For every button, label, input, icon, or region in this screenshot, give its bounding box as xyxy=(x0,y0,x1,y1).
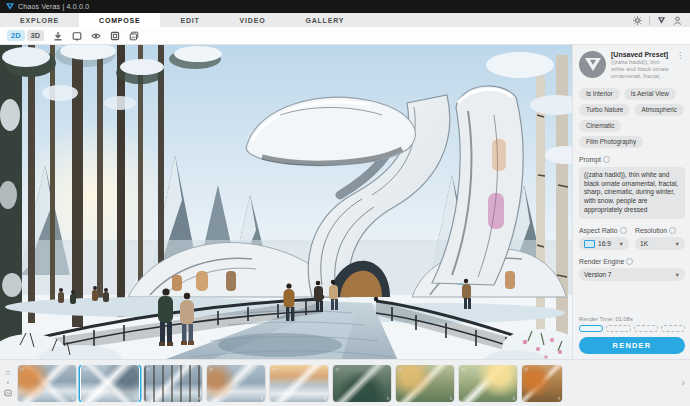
thumbnail[interactable]: ☆⤓ xyxy=(522,365,562,402)
download-icon[interactable]: ⤓ xyxy=(387,395,389,400)
info-icon xyxy=(669,227,676,234)
render-viewport[interactable] xyxy=(0,45,572,365)
tab-explore[interactable]: EXPLORE xyxy=(0,13,79,27)
thumbnail[interactable]: ☆⤓ xyxy=(333,365,391,402)
tab-compose[interactable]: COMPOSE xyxy=(79,13,160,27)
gallery-images-icon[interactable] xyxy=(129,31,139,41)
app-logo-icon xyxy=(6,3,14,10)
progress-segment xyxy=(634,325,658,332)
star-icon[interactable]: ☆ xyxy=(461,367,465,372)
thumbnail[interactable]: ☆⤓ xyxy=(270,365,328,402)
aspect-ratio-label: Aspect Ratio xyxy=(579,227,629,234)
thumbnail-list: ☆⤓☆⤓☆⤓☆⤓☆⤓☆⤓☆⤓☆⤓☆⤓ xyxy=(16,365,676,402)
thumbnail[interactable]: ☆⤓ xyxy=(207,365,265,402)
tag-cinematic[interactable]: Cinematic xyxy=(579,120,621,132)
account-icon[interactable] xyxy=(673,16,682,25)
window-title: Chaos Veras | 4.0.0.0 xyxy=(18,3,89,10)
progress-segment xyxy=(579,325,603,332)
render-button[interactable]: RENDER xyxy=(579,337,685,354)
chevron-left-icon[interactable]: ‹ xyxy=(7,379,9,386)
tab-gallery[interactable]: GALLERY xyxy=(285,13,364,27)
tag-atmospheric[interactable]: Atmospheric xyxy=(634,104,684,116)
chevron-down-icon: ▼ xyxy=(675,241,680,247)
gallery-view-icon[interactable] xyxy=(4,389,12,397)
download-icon[interactable]: ⤓ xyxy=(558,395,560,400)
render-engine-select[interactable]: Version 7 ▼ xyxy=(579,268,685,281)
prompt-input[interactable]: ((zaha hadid)), thin white and black orn… xyxy=(579,167,685,219)
info-icon xyxy=(603,156,610,163)
star-icon[interactable]: ☆ xyxy=(398,367,402,372)
render-progress xyxy=(579,325,685,332)
titlebar: Chaos Veras | 4.0.0.0 xyxy=(0,0,690,13)
preset-logo xyxy=(579,51,606,78)
aspect-ratio-icon xyxy=(584,240,595,248)
progress-segment xyxy=(606,325,630,332)
tab-bar: EXPLORE COMPOSE EDIT VIDEO GALLERY xyxy=(0,13,690,27)
thumbnail[interactable]: ☆⤓ xyxy=(81,365,139,402)
tag-is-aerial-view[interactable]: Is Aerial View xyxy=(624,88,676,100)
download-icon[interactable]: ⤓ xyxy=(513,395,515,400)
download-icon[interactable]: ⤓ xyxy=(135,395,137,400)
thumbnail-strip: ☆ ‹ ☆⤓☆⤓☆⤓☆⤓☆⤓☆⤓☆⤓☆⤓☆⤓ › xyxy=(0,359,690,406)
toolbar: 2D 3D xyxy=(0,27,690,45)
preset-name: [Unsaved Preset] xyxy=(611,51,670,58)
render-time-text: Render Time: 01:08s xyxy=(579,316,685,322)
mode-3d-button[interactable]: 3D xyxy=(27,30,45,41)
tag-turbo-nature[interactable]: Turbo Nature xyxy=(579,104,630,116)
resolution-select[interactable]: 1K ▼ xyxy=(635,237,685,250)
download-icon[interactable]: ⤓ xyxy=(324,395,326,400)
chevron-down-icon: ▼ xyxy=(675,272,680,278)
veras-logo-icon[interactable] xyxy=(657,16,666,25)
tag-is-interior[interactable]: Is Interior xyxy=(579,88,620,100)
aspect-ratio-select[interactable]: 16:9 ▼ xyxy=(579,237,629,250)
star-icon[interactable]: ☆ xyxy=(335,367,339,372)
tab-edit[interactable]: EDIT xyxy=(160,13,219,27)
download-icon[interactable]: ⤓ xyxy=(72,395,74,400)
progress-segment xyxy=(661,325,685,332)
preset-tags: Is Interior Is Aerial View Turbo Nature … xyxy=(579,88,685,148)
download-icon[interactable]: ⤓ xyxy=(261,395,263,400)
star-icon[interactable]: ☆ xyxy=(524,367,528,372)
app-window: Chaos Veras | 4.0.0.0 EXPLORE COMPOSE ED… xyxy=(0,0,690,406)
info-icon xyxy=(620,227,627,234)
tab-video[interactable]: VIDEO xyxy=(220,13,286,27)
favorite-star-icon[interactable]: ☆ xyxy=(5,369,11,376)
thumbnail[interactable]: ☆⤓ xyxy=(144,365,202,402)
save-frame-icon[interactable] xyxy=(72,31,82,41)
compose-panel: [Unsaved Preset] ((zaha hadid)), thin wh… xyxy=(572,45,690,359)
preset-menu-kebab-icon[interactable]: ⋮ xyxy=(675,51,685,81)
divider xyxy=(649,16,650,25)
star-icon[interactable]: ☆ xyxy=(146,367,150,372)
settings-gear-icon[interactable] xyxy=(633,16,642,25)
thumbnail[interactable]: ☆⤓ xyxy=(18,365,76,402)
download-icon[interactable]: ⤓ xyxy=(198,395,200,400)
visibility-eye-icon[interactable] xyxy=(91,31,101,41)
chevron-down-icon: ▼ xyxy=(619,241,624,247)
chevron-right-icon[interactable]: › xyxy=(676,378,690,388)
preset-description: ((zaha hadid)), thin white and black orn… xyxy=(611,59,670,81)
mode-2d-button[interactable]: 2D xyxy=(7,30,25,41)
star-icon[interactable]: ☆ xyxy=(209,367,213,372)
download-icon[interactable]: ⤓ xyxy=(450,395,452,400)
star-icon[interactable]: ☆ xyxy=(83,367,87,372)
render-engine-label: Render Engine xyxy=(579,258,685,265)
thumbnail[interactable]: ☆⤓ xyxy=(459,365,517,402)
download-icon[interactable] xyxy=(53,31,63,41)
info-icon xyxy=(626,258,633,265)
resolution-label: Resolution xyxy=(635,227,685,234)
star-icon[interactable]: ☆ xyxy=(20,367,24,372)
panel-grid-icon[interactable] xyxy=(110,31,120,41)
prompt-label: Prompt xyxy=(579,156,685,163)
thumbnail[interactable]: ☆⤓ xyxy=(396,365,454,402)
star-icon[interactable]: ☆ xyxy=(272,367,276,372)
tag-film-photography[interactable]: Film Photography xyxy=(579,136,643,148)
